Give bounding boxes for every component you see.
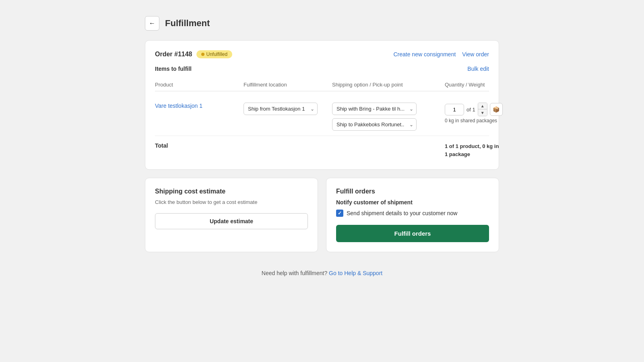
create-consignment-link[interactable]: Create new consignment [393,51,456,58]
back-button[interactable]: ← [145,16,159,31]
quantity-stepper[interactable]: ▲ ▼ [478,103,487,116]
stepper-down-button[interactable]: ▼ [478,109,487,116]
badge-label: Unfulfilled [206,51,228,57]
total-row: Total 1 of 1 product, 0 kg in 1 package [155,136,489,160]
notify-checkbox[interactable] [336,210,343,217]
order-number: Order #1148 [155,51,192,58]
fulfill-orders-card: Fulfill orders Notify customer of shipme… [326,178,499,252]
shipping-estimate-desc: Click the button below to get a cost est… [155,199,308,205]
shipping-estimate-card: Shipping cost estimate Click the button … [145,178,318,252]
total-value-line2: 1 package [445,150,517,158]
quantity-input[interactable] [445,104,464,115]
col-shipping-option: Shipping option / Pick-up point [332,82,445,88]
shared-packages-text: 0 kg in shared packages [445,118,517,123]
page-title: Fulfillment [165,18,210,29]
stepper-up-button[interactable]: ▲ [478,103,487,109]
total-label: Total [155,142,244,158]
items-to-fulfill-title: Items to fulfill [155,66,192,72]
bulk-edit-button[interactable]: Bulk edit [467,66,489,72]
footer-help: Need help with fulfillment? Go to Help &… [145,270,499,276]
product-name-link[interactable]: Vare testlokasjon 1 [155,103,202,109]
col-quantity-weight: Quantity / Weight [445,82,517,88]
col-fulfillment-location: Fulfillment location [244,82,332,88]
back-arrow-icon: ← [149,20,155,27]
help-text: Need help with fulfillment? [262,270,327,276]
badge-dot-icon [201,53,204,56]
package-icon: 📦 [493,106,500,113]
shipping-estimate-title: Shipping cost estimate [155,188,308,195]
total-value-line1: 1 of 1 product, 0 kg in [445,142,517,150]
help-support-link[interactable]: Go to Help & Support [329,270,382,276]
table-row: Vare testlokasjon 1 Ship from Testlokasj… [155,98,489,136]
order-card: Order #1148 Unfulfilled Create new consi… [145,40,499,170]
fulfillment-location-select[interactable]: Ship from Testlokasjon 1 [244,103,318,115]
shipping-option-cell: Ship with Bring - Pakke til h... ⌄ Ship … [332,103,417,131]
quantity-weight-cell: of 1 ▲ ▼ 📦 0 kg in shared packages [445,103,517,123]
fulfill-orders-title: Fulfill orders [336,188,489,195]
notify-customer-title: Notify customer of shipment [336,199,489,206]
fulfillment-location-cell: Ship from Testlokasjon 1 ⌄ [244,103,332,115]
unfulfilled-badge: Unfulfilled [196,50,233,58]
pickup-point-select[interactable]: Ship to Pakkeboks Rortunet... [332,118,417,131]
package-icon-button[interactable]: 📦 [490,103,503,116]
shipping-option-select[interactable]: Ship with Bring - Pakke til h... [332,103,417,115]
col-product: Product [155,82,244,88]
table-header: Product Fulfillment location Shipping op… [155,78,489,91]
fulfill-orders-button[interactable]: Fulfill orders [336,225,489,242]
of-total-text: of 1 [466,107,475,113]
notify-label: Send shipment details to your customer n… [347,210,457,216]
update-estimate-button[interactable]: Update estimate [155,213,308,229]
view-order-link[interactable]: View order [462,51,489,58]
product-cell: Vare testlokasjon 1 [155,103,244,109]
